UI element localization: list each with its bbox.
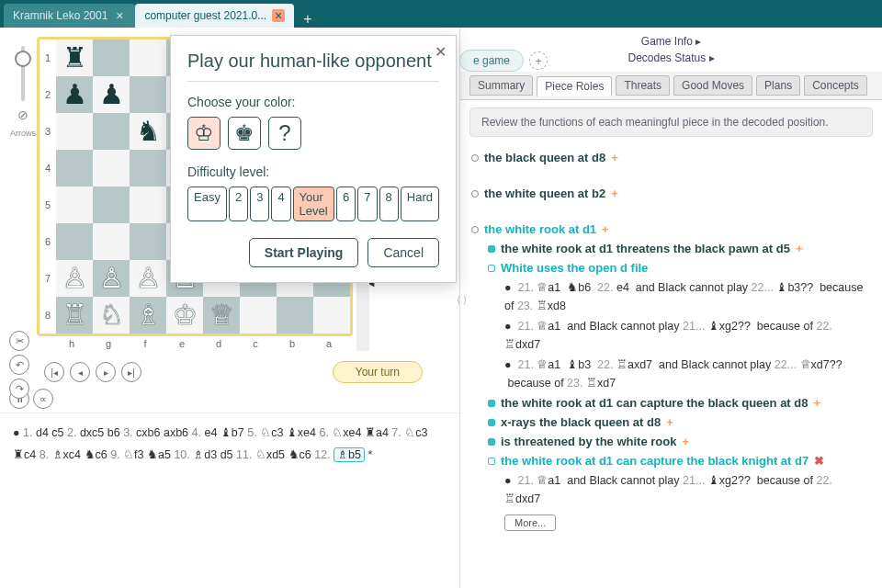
tab-summary[interactable]: Summary bbox=[469, 75, 533, 96]
game-info-toggle[interactable]: Game Info ▸ bbox=[460, 33, 882, 50]
node-rook-capture-queen[interactable]: the white rook at d1 can capture the bla… bbox=[488, 396, 871, 410]
square[interactable] bbox=[130, 40, 166, 76]
tab-computer-guest[interactable]: computer guest 2021.0... × bbox=[135, 4, 294, 28]
difficulty-label: Difficulty level: bbox=[187, 164, 439, 179]
square[interactable] bbox=[93, 223, 130, 260]
plus-icon: + bbox=[666, 415, 673, 429]
cancel-button[interactable]: Cancel bbox=[368, 238, 439, 267]
variation-line[interactable]: ● 21. ♕a1 ♞b6 22. e4 and Black cannot pl… bbox=[504, 277, 871, 316]
square[interactable]: ♘ bbox=[93, 297, 130, 334]
difficulty-option[interactable]: Your Level bbox=[293, 187, 335, 221]
close-icon[interactable]: ✕ bbox=[435, 43, 447, 61]
zoom-slider[interactable] bbox=[21, 46, 25, 101]
tab-concepts[interactable]: Concepts bbox=[804, 75, 867, 96]
square[interactable]: ♙ bbox=[130, 260, 166, 297]
color-white-option[interactable]: ♔ bbox=[187, 117, 220, 150]
square[interactable] bbox=[56, 113, 93, 150]
tab-plans[interactable]: Plans bbox=[756, 75, 800, 96]
add-pill-icon[interactable]: + bbox=[529, 51, 548, 70]
node-threatened[interactable]: is threatened by the white rook+ bbox=[488, 435, 871, 448]
square[interactable] bbox=[56, 223, 93, 260]
node-black-queen[interactable]: the black queen at d8+ bbox=[471, 151, 871, 164]
play-opponent-modal: ✕ Play our human-like opponent Choose yo… bbox=[170, 35, 457, 283]
game-pill[interactable]: e game bbox=[459, 50, 524, 72]
square[interactable] bbox=[93, 187, 130, 223]
rank-label: 4 bbox=[40, 150, 56, 187]
square[interactable] bbox=[240, 297, 277, 334]
difficulty-option[interactable]: Hard bbox=[401, 187, 439, 221]
new-tab-button[interactable]: + bbox=[294, 11, 321, 28]
plus-icon: + bbox=[813, 396, 820, 410]
square[interactable]: ♖ bbox=[56, 297, 93, 334]
square[interactable] bbox=[130, 76, 166, 113]
difficulty-option[interactable]: 8 bbox=[379, 187, 399, 221]
file-label: g bbox=[90, 336, 127, 351]
square[interactable]: ♜ bbox=[56, 40, 93, 76]
square[interactable] bbox=[93, 150, 130, 187]
file-label: b bbox=[274, 336, 311, 351]
node-white-queen[interactable]: the white queen at b2+ bbox=[471, 187, 871, 200]
node-open-file[interactable]: White uses the open d file bbox=[488, 261, 871, 275]
difficulty-option[interactable]: 6 bbox=[336, 187, 356, 221]
square[interactable] bbox=[277, 297, 313, 334]
close-icon[interactable]: × bbox=[113, 9, 126, 22]
close-icon[interactable]: × bbox=[272, 9, 285, 22]
redo-icon[interactable]: ↷ bbox=[9, 379, 29, 399]
square[interactable]: ♗ bbox=[130, 297, 166, 334]
square[interactable]: ♕ bbox=[203, 297, 240, 334]
difficulty-option[interactable]: Easy bbox=[187, 187, 227, 221]
difficulty-option[interactable]: 4 bbox=[271, 187, 290, 221]
rank-label: 1 bbox=[40, 40, 56, 76]
difficulty-option[interactable]: 7 bbox=[357, 187, 377, 221]
nav-prev-button[interactable]: ◂ bbox=[70, 362, 90, 382]
plus-icon: + bbox=[682, 435, 689, 448]
tab-threats[interactable]: Threats bbox=[616, 75, 670, 96]
rank-label: 3 bbox=[40, 113, 56, 150]
square[interactable] bbox=[130, 150, 166, 187]
no-symbol-icon[interactable]: ⊘ bbox=[13, 105, 33, 125]
color-black-option[interactable]: ♚ bbox=[228, 117, 261, 150]
nav-last-button[interactable]: ▸| bbox=[121, 362, 141, 382]
square[interactable] bbox=[93, 40, 130, 76]
square[interactable]: ♙ bbox=[93, 260, 130, 297]
color-random-option[interactable]: ? bbox=[268, 117, 301, 150]
fish-icon[interactable]: ∝ bbox=[33, 389, 53, 409]
pane-divider-icon[interactable]: ⟨ ⟩ bbox=[457, 294, 467, 306]
rank-label: 5 bbox=[40, 187, 56, 223]
move-list[interactable]: ● 1. d4 c5 2. dxc5 b6 3. cxb6 axb6 4. e4… bbox=[13, 423, 447, 467]
square[interactable] bbox=[313, 297, 350, 334]
variation-line[interactable]: ● 21. ♕a1 ♝b3 22. ♖axd7 and Black cannot… bbox=[504, 355, 871, 393]
rank-labels: 12345678 bbox=[40, 40, 56, 334]
node-xray[interactable]: x-rays the black queen at d8+ bbox=[488, 415, 871, 429]
square[interactable] bbox=[93, 113, 130, 150]
tab-piece-roles[interactable]: Piece Roles bbox=[537, 76, 612, 96]
undo-icon[interactable]: ↶ bbox=[9, 355, 29, 375]
difficulty-option[interactable]: 3 bbox=[250, 187, 269, 221]
square[interactable] bbox=[56, 187, 93, 223]
file-label: e bbox=[164, 336, 200, 351]
tab-label: computer guest 2021.0... bbox=[144, 9, 266, 22]
nav-next-button[interactable]: ▸ bbox=[96, 362, 116, 382]
variation-line[interactable]: ● 21. ♕a1 and Black cannot play 21... ♝x… bbox=[504, 470, 871, 509]
tab-good-moves[interactable]: Good Moves bbox=[673, 75, 752, 96]
tab-bar: Kramnik Leko 2001 × computer guest 2021.… bbox=[0, 0, 882, 28]
square[interactable]: ♔ bbox=[166, 297, 203, 334]
nav-first-button[interactable]: |◂ bbox=[44, 362, 64, 382]
arrows-label: Arrows bbox=[10, 129, 36, 138]
tab-kramnik[interactable]: Kramnik Leko 2001 × bbox=[4, 4, 135, 28]
node-white-rook[interactable]: the white rook at d1+ bbox=[471, 222, 871, 236]
node-rook-capture-knight[interactable]: the white rook at d1 can capture the bla… bbox=[488, 454, 871, 468]
square[interactable]: ♙ bbox=[56, 260, 93, 297]
square[interactable]: ♞ bbox=[130, 113, 166, 150]
scissors-icon[interactable]: ✂ bbox=[9, 331, 29, 351]
square[interactable]: ♟ bbox=[93, 76, 130, 113]
square[interactable]: ♟ bbox=[56, 76, 93, 113]
square[interactable] bbox=[56, 150, 93, 187]
more-button[interactable]: More... bbox=[504, 514, 556, 531]
variation-line[interactable]: ● 21. ♕a1 and Black cannot play 21... ♝x… bbox=[504, 316, 871, 355]
difficulty-option[interactable]: 2 bbox=[229, 187, 248, 221]
square[interactable] bbox=[130, 187, 166, 223]
start-playing-button[interactable]: Start Playing bbox=[249, 238, 359, 267]
square[interactable] bbox=[130, 223, 166, 260]
node-rook-threat[interactable]: the white rook at d1 threatens the black… bbox=[488, 242, 871, 255]
